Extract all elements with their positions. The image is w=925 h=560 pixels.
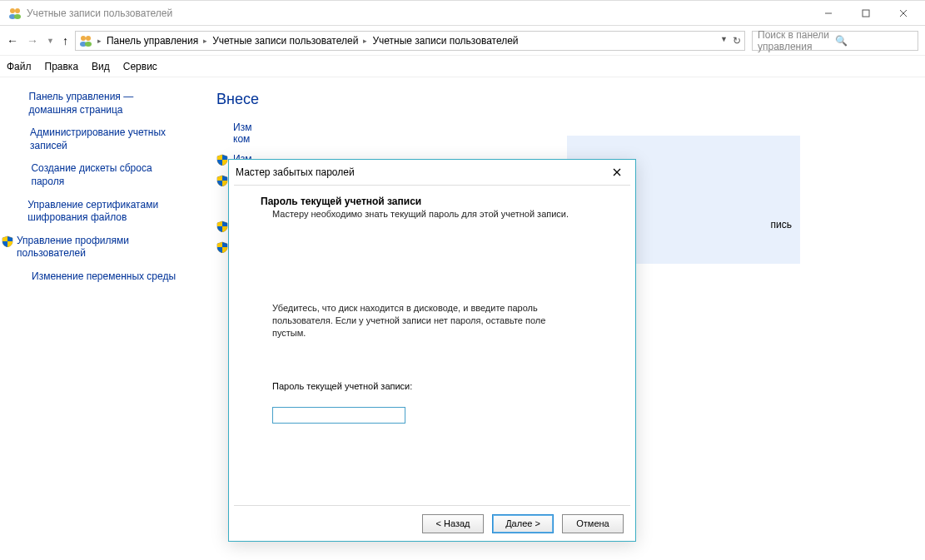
breadcrumb-item[interactable]: Учетные записи пользователей xyxy=(212,35,358,47)
address-bar[interactable]: ▸ Панель управления ▸ Учетные записи пол… xyxy=(75,31,745,51)
shield-icon xyxy=(216,175,228,186)
title-bar: Учетные записи пользователей xyxy=(0,1,925,26)
sidebar-label: Панель управления — домашняя страница xyxy=(29,91,182,116)
chevron-right-icon: ▸ xyxy=(363,37,367,45)
chevron-down-icon[interactable]: ▼ xyxy=(720,35,728,47)
search-input[interactable]: Поиск в панели управления 🔍 xyxy=(752,31,918,51)
dialog-close-button[interactable] xyxy=(605,163,629,181)
up-button[interactable]: ↑ xyxy=(62,34,68,47)
shield-icon xyxy=(216,241,228,253)
maximize-button[interactable] xyxy=(847,2,884,25)
menu-view[interactable]: Вид xyxy=(92,61,110,72)
refresh-icon[interactable]: ↻ xyxy=(733,35,741,47)
close-button[interactable] xyxy=(884,2,922,25)
password-label: Пароль текущей учетной записи: xyxy=(272,381,614,391)
sidebar-link-env[interactable]: Изменение переменных среды xyxy=(17,270,191,284)
breadcrumb-item[interactable]: Учетные записи пользователей xyxy=(372,35,518,47)
sidebar-label: Создание дискеты сброса пароля xyxy=(31,162,182,188)
shield-icon xyxy=(216,154,228,166)
task-label: Изм xyxy=(233,121,251,133)
sidebar-link-home[interactable]: Панель управления — домашняя страница xyxy=(17,91,191,116)
content-area: Панель управления — домашняя страница Ад… xyxy=(0,77,925,560)
shield-icon xyxy=(2,235,13,247)
dialog-title: Мастер забытых паролей xyxy=(236,166,355,178)
search-placeholder: Поиск в панели управления xyxy=(758,29,835,52)
next-button[interactable]: Далее > xyxy=(492,514,554,533)
wizard-dialog: Мастер забытых паролей Пароль текущей уч… xyxy=(228,159,636,542)
users-icon xyxy=(8,7,22,20)
dialog-instructions: Убедитесь, что диск находится в дисковод… xyxy=(272,302,547,339)
search-icon: 🔍 xyxy=(835,35,913,47)
menu-service[interactable]: Сервис xyxy=(123,61,157,72)
dialog-body: Пароль текущей учетной записи Мастеру не… xyxy=(234,185,630,506)
close-icon xyxy=(613,168,621,176)
dialog-heading: Пароль текущей учетной записи xyxy=(261,196,614,207)
nav-bar: ← → ▼ ↑ ▸ Панель управления ▸ Учетные за… xyxy=(0,26,925,56)
window-title: Учетные записи пользователей xyxy=(27,7,809,19)
shield-icon xyxy=(216,221,228,232)
sidebar-label: Управление профилями пользователей xyxy=(17,235,182,260)
password-input[interactable] xyxy=(272,407,405,424)
main-window: Учетные записи пользователей ← → ▼ ↑ ▸ П… xyxy=(0,0,925,560)
sidebar-label: Управление сертификатами шифрования файл… xyxy=(27,199,182,225)
sidebar-label: Администрирование учетных записей xyxy=(30,126,182,152)
menu-bar: Файл Правка Вид Сервис xyxy=(0,56,925,77)
sidebar-link-reset-disk[interactable]: Создание дискеты сброса пароля xyxy=(17,162,191,188)
back-button[interactable]: < Назад xyxy=(422,514,484,533)
history-dropdown[interactable]: ▼ xyxy=(47,37,54,45)
cancel-button[interactable]: Отмена xyxy=(562,514,624,533)
chevron-right-icon: ▸ xyxy=(203,37,207,45)
menu-edit[interactable]: Правка xyxy=(45,61,79,72)
minimize-button[interactable] xyxy=(809,2,847,25)
dialog-footer: < Назад Далее > Отмена xyxy=(229,506,635,541)
back-button[interactable]: ← xyxy=(7,34,18,47)
sidebar-link-admin[interactable]: Администрирование учетных записей xyxy=(17,126,191,152)
sidebar-link-profiles[interactable]: Управление профилями пользователей xyxy=(2,235,191,260)
task-label: ком xyxy=(233,133,250,145)
breadcrumb-item[interactable]: Панель управления xyxy=(107,35,198,47)
users-icon xyxy=(79,34,92,47)
svg-rect-5 xyxy=(863,10,869,17)
sidebar-label: Изменение переменных среды xyxy=(32,270,176,284)
chevron-right-icon: ▸ xyxy=(97,37,102,45)
sidebar-link-certs[interactable]: Управление сертификатами шифрования файл… xyxy=(17,199,191,225)
forward-button[interactable]: → xyxy=(27,34,38,47)
page-heading: Внесе xyxy=(216,91,900,108)
dialog-subtext: Мастеру необходимо знать текущий пароль … xyxy=(272,209,614,219)
dialog-title-bar[interactable]: Мастер забытых паролей xyxy=(229,160,635,185)
menu-file[interactable]: Файл xyxy=(7,61,32,72)
sidebar: Панель управления — домашняя страница Ад… xyxy=(0,77,191,560)
